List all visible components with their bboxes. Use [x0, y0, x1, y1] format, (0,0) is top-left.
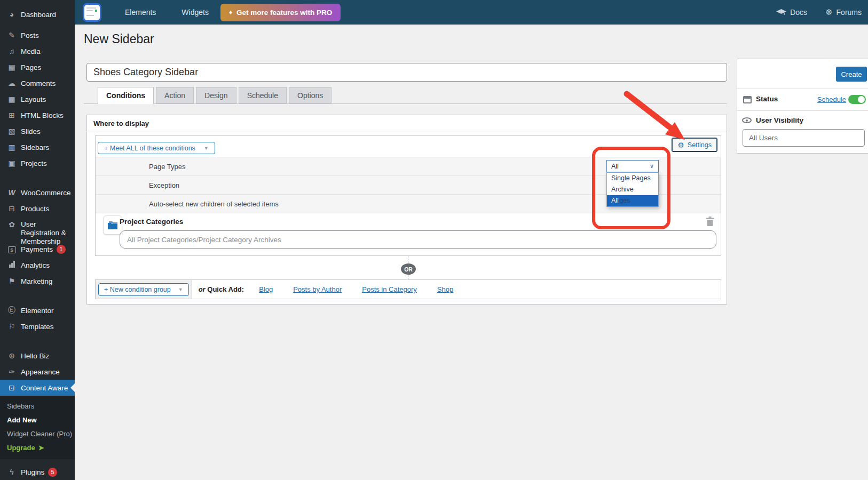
new-condition-group-button[interactable]: + New condition group ▼ [98, 283, 189, 296]
sidebar-item-plugins[interactable]: ϟPlugins5 [0, 464, 75, 480]
topnav-widgets[interactable]: Widgets [182, 8, 209, 17]
wp-admin-menu: ◕Dashboard ✎Posts ♫Media ▤Pages ☁Comment… [0, 0, 75, 480]
create-button[interactable]: Create [836, 67, 867, 82]
quick-add-links: Blog Posts by Author Posts in Category S… [259, 285, 453, 293]
sidebar-item-slides[interactable]: ▧Slides [0, 123, 75, 139]
user-visibility-input[interactable] [743, 129, 865, 147]
submenu-item-upgrade[interactable]: Upgrade➤ [0, 441, 75, 455]
divider [737, 89, 868, 89]
submenu-item-widget-cleaner[interactable]: Widget Cleaner (Pro) [0, 427, 75, 441]
editor-tabs: Conditions Action Design Schedule Option… [98, 87, 332, 104]
tab-options[interactable]: Options [289, 87, 332, 103]
calendar-icon [743, 96, 752, 103]
sidebar-item-user-registration[interactable]: ✿User Registration & Membership [0, 217, 75, 241]
sidebar-item-appearance[interactable]: ✑Appearance [0, 364, 75, 380]
diamond-icon: ♦ [229, 9, 232, 16]
plugin-topbar: Elements Widgets ♦ Get more features wit… [75, 0, 868, 25]
analytics-icon [6, 261, 17, 269]
condition-search-input[interactable] [120, 230, 716, 249]
screen: Elements Widgets ♦ Get more features wit… [0, 0, 868, 480]
dropdown-option-archive-pages[interactable]: Archive Pages [607, 184, 658, 195]
pushpin-icon: ✎ [6, 31, 17, 39]
sidebar-item-hello-biz[interactable]: ⊕Hello Biz [0, 348, 75, 364]
submenu-item-add-new[interactable]: Add New [0, 413, 75, 427]
status-toggle[interactable] [848, 95, 866, 104]
products-icon: ⊟ [6, 204, 17, 213]
sidebar-title-input[interactable] [86, 63, 727, 82]
sidebar-item-marketing[interactable]: ⚑Marketing [0, 273, 75, 289]
sidebar-item-woocommerce[interactable]: WWooCommerce [0, 185, 75, 201]
user-visibility-label: User Visibility [756, 116, 803, 124]
page-types-dropdown-list: Single Pages Archive Pages All [606, 172, 659, 207]
tab-schedule[interactable]: Schedule [239, 87, 287, 103]
page-types-select[interactable]: All ∨ [606, 160, 659, 172]
wheel-icon: ☸ [825, 7, 832, 17]
sidebar-item-dashboard[interactable]: ◕Dashboard [0, 6, 75, 22]
or-badge: OR [401, 263, 416, 275]
chevron-down-icon: ∨ [650, 163, 654, 170]
layouts-icon: ▦ [6, 95, 17, 103]
payments-icon: $ [6, 245, 17, 253]
megaphone-icon: ⚑ [6, 277, 17, 285]
where-to-display-panel: Where to display + Meet ALL of these con… [86, 115, 727, 305]
trash-icon[interactable] [706, 217, 714, 229]
graduation-cap-icon [776, 9, 786, 16]
media-icon: ♫ [6, 47, 17, 55]
quick-link-posts-in-category[interactable]: Posts in Category [362, 285, 417, 293]
sidebar-item-comments[interactable]: ☁Comments [0, 75, 75, 91]
sidebar-item-elementor[interactable]: ⒺElementor [0, 302, 75, 318]
page-title: New Sidebar [84, 32, 154, 46]
divider [737, 110, 868, 111]
sidebar-item-projects[interactable]: ▣Projects [0, 155, 75, 171]
arrow-right-icon: ➤ [38, 444, 44, 452]
woocommerce-icon: W [6, 188, 17, 197]
sidebar-item-payments[interactable]: $Payments1 [0, 241, 75, 257]
toggle-knob [858, 96, 865, 103]
sidebar-item-posts[interactable]: ✎Posts [0, 27, 75, 43]
tab-design[interactable]: Design [196, 87, 236, 103]
sidebar-item-media[interactable]: ♫Media [0, 43, 75, 59]
topnav-elements[interactable]: Elements [125, 8, 156, 17]
settings-button[interactable]: ⚙ Settings [672, 138, 717, 152]
sidebars-icon: ▥ [6, 143, 17, 151]
condition-type-label: Project Categories [120, 218, 183, 226]
tab-action[interactable]: Action [156, 87, 194, 103]
appearance-icon: ✑ [6, 367, 17, 376]
meet-all-conditions-button[interactable]: + Meet ALL of these conditions ▼ [98, 142, 215, 154]
chevron-down-icon: ▼ [178, 287, 183, 292]
schedule-link[interactable]: Schedule [817, 95, 846, 103]
submenu-item-sidebars[interactable]: Sidebars [0, 399, 75, 413]
sidebar-item-products[interactable]: ⊟Products [0, 201, 75, 217]
publish-panel: Create Status Schedule User Visibility [737, 59, 868, 154]
chevron-down-icon: ▼ [204, 146, 209, 151]
docs-link[interactable]: Docs [776, 8, 807, 17]
gear-icon: ⚙ [677, 141, 684, 149]
content-aware-icon: ⊡ [6, 383, 17, 392]
user-registration-icon: ✿ [6, 220, 17, 229]
projects-icon: ▣ [6, 159, 17, 167]
sidebar-item-templates[interactable]: ⚐Templates [0, 318, 75, 334]
pages-icon: ▤ [6, 63, 17, 71]
quick-link-blog[interactable]: Blog [259, 285, 273, 293]
dropdown-option-single-pages[interactable]: Single Pages [607, 173, 658, 184]
eye-icon [742, 117, 752, 123]
forums-link[interactable]: ☸ Forums [825, 7, 862, 17]
sidebar-item-analytics[interactable]: Analytics [0, 257, 75, 273]
sidebar-item-content-aware[interactable]: ⊡Content Aware [0, 380, 75, 396]
condition-group-toolbar: + Meet ALL of these conditions ▼ ⚙ Setti… [96, 136, 721, 157]
hello-biz-icon: ⊕ [6, 351, 17, 360]
sidebar-item-html-blocks[interactable]: ⊞HTML Blocks [0, 107, 75, 123]
sidebar-item-pages[interactable]: ▤Pages [0, 59, 75, 75]
sidebar-item-sidebars[interactable]: ▥Sidebars [0, 139, 75, 155]
get-pro-button[interactable]: ♦ Get more features with PRO [220, 4, 341, 21]
dropdown-option-all[interactable]: All [607, 195, 658, 206]
sidebar-item-layouts[interactable]: ▦Layouts [0, 91, 75, 107]
tab-conditions[interactable]: Conditions [98, 87, 154, 104]
quick-add-label: or Quick Add: [199, 285, 244, 293]
elementor-icon: Ⓔ [6, 306, 17, 315]
panel-title: Where to display [87, 115, 727, 132]
plugin-logo-icon[interactable] [83, 3, 101, 22]
new-group-cell: + New condition group ▼ [96, 280, 192, 299]
quick-link-posts-by-author[interactable]: Posts by Author [293, 285, 342, 293]
quick-link-shop[interactable]: Shop [437, 285, 453, 293]
